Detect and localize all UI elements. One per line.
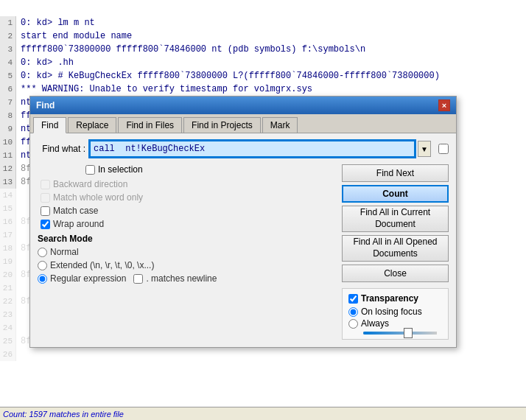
count-button[interactable]: Count <box>342 185 449 203</box>
close-button[interactable]: Close <box>342 265 449 282</box>
search-extended-row: Extended (\n, \r, \t, \0, \x...) <box>38 260 334 270</box>
find-all-opened-button[interactable]: Find All in All Opened Documents <box>342 235 449 262</box>
line-number: 19 <box>0 255 16 268</box>
line-number: 26 <box>0 348 16 361</box>
line-number: 18 <box>0 242 16 255</box>
search-extended-radio[interactable] <box>38 261 47 270</box>
search-normal-row: Normal <box>38 247 334 257</box>
always-row: Always <box>348 318 442 329</box>
status-count-text: Count: 1597 matches in entire file <box>3 410 124 419</box>
search-regex-label: Regular expression <box>50 273 126 284</box>
find-next-checkbox[interactable] <box>438 144 449 154</box>
search-regex-radio[interactable] <box>38 274 47 284</box>
find-what-label: Find what : <box>38 144 85 154</box>
line-number: 4 <box>0 56 16 69</box>
find-next-button[interactable]: Find Next <box>342 164 449 182</box>
tab-replace[interactable]: Replace <box>68 117 116 133</box>
line-number: 10 <box>0 136 16 149</box>
code-line: 1 0: kd> lm m nt <box>0 16 526 29</box>
match-whole-word-row: Match whole word only <box>41 192 334 203</box>
line-number: 24 <box>0 321 16 335</box>
on-losing-focus-radio[interactable] <box>348 307 358 317</box>
match-whole-word-checkbox[interactable] <box>41 193 50 203</box>
options-section: Backward direction Match whole word only… <box>38 179 334 229</box>
in-selection-label: In selection <box>98 164 143 175</box>
backward-direction-checkbox[interactable] <box>41 180 50 189</box>
line-content: start end module name <box>16 31 132 41</box>
wrap-around-label: Wrap around <box>53 219 104 229</box>
find-all-current-button[interactable]: Find All in Current Document <box>342 206 449 232</box>
dialog-title-bar: Find × <box>30 97 456 114</box>
transparency-section: Transparency On losing focus Always <box>342 288 449 340</box>
line-content: fffff800`73800000 fffff800`74846000 nt (… <box>16 44 365 55</box>
line-number: 9 <box>0 122 16 136</box>
code-line: 4 0: kd> .hh <box>0 56 526 69</box>
line-content: 0: kd> .hh <box>16 57 74 68</box>
search-normal-radio[interactable] <box>38 248 47 257</box>
line-number: 13 <box>0 175 16 189</box>
matches-newline-label: . matches newline <box>146 273 217 284</box>
line-number: 12 <box>0 162 16 175</box>
line-number: 23 <box>0 308 16 321</box>
search-mode-section: Search Mode Normal Extended (\n, \r, \t,… <box>38 234 334 284</box>
dialog-tab-bar: Find Replace Find in Files Find in Proje… <box>30 114 456 133</box>
matches-newline-checkbox[interactable] <box>133 274 143 284</box>
always-label: Always <box>361 318 389 329</box>
slider-thumb[interactable] <box>404 328 413 338</box>
search-normal-label: Normal <box>50 247 79 257</box>
line-number: 3 <box>0 43 16 56</box>
line-number: 15 <box>0 202 16 215</box>
on-losing-focus-row: On losing focus <box>348 307 442 317</box>
tab-find-in-files[interactable]: Find in Files <box>118 117 182 133</box>
backward-direction-row: Backward direction <box>41 179 334 189</box>
line-number: 7 <box>0 96 16 109</box>
tab-mark[interactable]: Mark <box>262 117 298 133</box>
line-number: 5 <box>0 69 16 83</box>
match-case-checkbox[interactable] <box>41 206 50 216</box>
line-number: 22 <box>0 295 16 308</box>
search-extended-label: Extended (\n, \r, \t, \0, \x...) <box>50 260 154 270</box>
line-number: 20 <box>0 268 16 281</box>
find-dropdown-button[interactable]: ▼ <box>418 141 431 157</box>
search-regex-row: Regular expression . matches newline <box>38 273 334 284</box>
line-content: 0: kd> lm m nt <box>16 18 95 28</box>
dialog-main-content: In selection Backward direction Match wh… <box>38 164 449 340</box>
tab-find-in-projects[interactable]: Find in Projects <box>183 117 261 133</box>
match-case-label: Match case <box>53 206 98 216</box>
in-selection-checkbox[interactable] <box>85 165 95 175</box>
wrap-around-checkbox[interactable] <box>41 220 50 229</box>
line-number: 11 <box>0 149 16 162</box>
tab-find[interactable]: Find <box>33 117 66 133</box>
find-what-input[interactable] <box>90 141 415 157</box>
line-number: 8 <box>0 109 16 122</box>
transparency-slider-container <box>348 332 442 335</box>
line-number: 16 <box>0 215 16 228</box>
line-number: 21 <box>0 281 16 295</box>
line-number: 6 <box>0 83 16 96</box>
code-line: 5 0: kd> # KeBugCheckEx fffff800`7380000… <box>0 69 526 83</box>
dialog-close-button[interactable]: × <box>438 99 450 111</box>
line-number: 2 <box>0 29 16 43</box>
transparency-checkbox[interactable] <box>348 294 358 304</box>
transparency-label: Transparency <box>361 293 418 304</box>
line-number: 17 <box>0 228 16 242</box>
dialog-right-panel: Find Next Count Find All in Current Docu… <box>342 164 449 340</box>
transparency-slider[interactable] <box>363 332 437 335</box>
code-line: 6 *** WARNING: Unable to verify timestam… <box>0 83 526 96</box>
line-content: 0: kd> # KeBugCheckEx fffff800`73800000 … <box>16 71 440 81</box>
backward-direction-label: Backward direction <box>53 179 127 189</box>
transparency-header: Transparency <box>348 293 442 304</box>
search-mode-header: Search Mode <box>38 234 334 244</box>
line-number: 1 <box>0 16 16 29</box>
always-radio[interactable] <box>348 319 358 329</box>
find-dialog: Find × Find Replace Find in Files Find i… <box>29 96 457 348</box>
dialog-title: Find <box>36 100 55 111</box>
code-line: 26 <box>0 348 526 361</box>
in-selection-row: In selection <box>38 164 334 175</box>
status-bar: Count: 1597 matches in entire file <box>0 407 526 420</box>
match-case-row: Match case <box>41 206 334 216</box>
code-line: 2 start end module name <box>0 29 526 43</box>
match-whole-word-label: Match whole word only <box>53 192 143 203</box>
slider-track <box>363 332 437 335</box>
find-input-wrapper: ▼ <box>90 141 431 157</box>
